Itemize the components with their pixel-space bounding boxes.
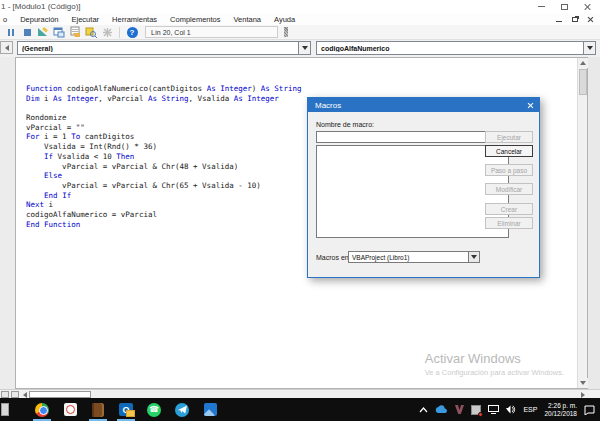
- run-macro-button-disabled[interactable]: [101, 26, 113, 38]
- mdi-restore-icon: [572, 17, 578, 22]
- code-line: vParcial = "": [26, 123, 301, 133]
- menu-item-depuracion[interactable]: Depuración: [20, 15, 58, 24]
- dropdown-arrow-button[interactable]: [583, 42, 595, 54]
- properties-window-button[interactable]: [69, 26, 81, 38]
- tray-date: 20/12/2018: [544, 410, 577, 418]
- code-line: codigoAlfaNumerico = vParcial: [26, 210, 301, 220]
- menu-item-ejecutar[interactable]: Ejecutar: [72, 15, 100, 24]
- paso-a-paso-button[interactable]: Paso a paso: [485, 164, 533, 176]
- object-browser-button[interactable]: [85, 26, 97, 38]
- toolbar-separator: [119, 27, 120, 38]
- menu-item-complementos[interactable]: Complementos: [170, 15, 220, 24]
- minimize-button[interactable]: [534, 2, 548, 12]
- outlook-icon: O: [119, 403, 133, 416]
- window-title: 1 - [Módulo1 (Código)]: [0, 2, 81, 11]
- close-icon: [583, 3, 591, 11]
- language-indicator[interactable]: ESP: [523, 406, 537, 413]
- macros-in-value: VBAProject (Libro1): [349, 254, 468, 261]
- help-button[interactable]: ?: [126, 26, 138, 38]
- maximize-button[interactable]: [557, 2, 571, 12]
- cancelar-button[interactable]: Cancelar: [485, 145, 533, 157]
- scroll-left-button[interactable]: [20, 391, 29, 398]
- menu-item-ventana[interactable]: Ventana: [234, 15, 262, 24]
- taskbar-photos-app[interactable]: [196, 398, 224, 421]
- volume-tray-button[interactable]: [506, 405, 516, 414]
- menu-item-o[interactable]: o: [3, 15, 7, 24]
- taskbar-clock-app[interactable]: [56, 398, 84, 421]
- close-icon: [527, 102, 534, 109]
- onedrive-tray-button[interactable]: [435, 405, 448, 414]
- mdi-minimize-icon: [556, 21, 562, 22]
- split-handle[interactable]: [11, 391, 19, 398]
- system-tray: ESP 2:26 p. m. 20/12/2018: [419, 402, 600, 418]
- scroll-down-button[interactable]: [578, 378, 588, 388]
- help-icon: ?: [127, 27, 138, 38]
- network-tray-button[interactable]: [488, 405, 499, 414]
- code-line: End If: [26, 191, 301, 201]
- speaker-icon: [506, 405, 516, 414]
- chevron-up-icon: [419, 407, 428, 413]
- mdi-close-button[interactable]: [586, 15, 595, 23]
- mdi-minimize-button[interactable]: [554, 15, 563, 23]
- horizontal-scroll-thumb[interactable]: [29, 391, 91, 398]
- eliminar-button[interactable]: Eliminar: [485, 217, 533, 229]
- code-line: Function codigoAlfaNumerico(cantDigitos …: [26, 84, 301, 94]
- notification-app-tray-button[interactable]: [471, 405, 481, 415]
- pause-button[interactable]: [5, 26, 17, 38]
- ejecutar-button[interactable]: Ejecutar: [485, 131, 533, 143]
- clock[interactable]: 2:26 p. m. 20/12/2018: [544, 402, 577, 418]
- macros-in-dropdown[interactable]: VBAProject (Libro1): [348, 251, 480, 263]
- network-monitor-icon: [488, 405, 499, 414]
- code-line: vParcial = vParcial & Chr(65 + Vsalida -…: [26, 181, 301, 191]
- taskbar-outlook[interactable]: O: [112, 398, 140, 421]
- mdi-close-icon: [587, 16, 594, 23]
- procedure-dropdown[interactable]: codigoAlfaNumerico: [316, 41, 596, 55]
- tray-time: 2:26 p. m.: [544, 402, 577, 410]
- dialog-title-bar[interactable]: Macros: [308, 98, 539, 112]
- procedure-dropdown-value: codigoAlfaNumerico: [317, 45, 583, 52]
- object-dropdown[interactable]: (General): [17, 41, 311, 55]
- pane-scrollbar-remnant[interactable]: [0, 41, 13, 54]
- scroll-left-icon: [5, 45, 9, 51]
- horizontal-scrollbar[interactable]: [0, 389, 600, 398]
- vba-editor-screen: 1 - [Módulo1 (Código)] oDepuraciónEjecut…: [0, 0, 600, 421]
- taskbar-book-app[interactable]: [84, 398, 112, 421]
- scroll-right-button[interactable]: [578, 391, 587, 398]
- combo-row: (General) codigoAlfaNumerico: [0, 40, 600, 57]
- v-app-icon: [455, 405, 464, 414]
- taskbar-app-fragment[interactable]: [0, 398, 28, 421]
- scroll-up-button[interactable]: [578, 58, 588, 68]
- taskbar-whatsapp[interactable]: ☎: [140, 398, 168, 421]
- design-mode-button[interactable]: [37, 26, 49, 38]
- tray-overflow-button[interactable]: [419, 407, 428, 413]
- split-handle[interactable]: [1, 391, 9, 398]
- close-button[interactable]: [580, 2, 594, 12]
- run-macro-icon: [102, 27, 113, 38]
- stop-button[interactable]: [21, 26, 33, 38]
- window-controls: [534, 2, 600, 12]
- dropdown-arrow-button[interactable]: [298, 42, 310, 54]
- notification-badge: [478, 412, 483, 417]
- macro-list[interactable]: [316, 145, 509, 238]
- menu-item-ayuda[interactable]: Ayuda: [274, 15, 295, 24]
- toolbar: ? Lín 20, Col 1: [0, 25, 600, 40]
- dropdown-arrow-button[interactable]: [468, 252, 479, 262]
- macro-name-input[interactable]: [316, 131, 509, 143]
- action-center-button[interactable]: [584, 405, 595, 415]
- taskbar-telegram[interactable]: [168, 398, 196, 421]
- toolbar-drag-handle[interactable]: [284, 27, 288, 37]
- title-bar: 1 - [Módulo1 (Código)]: [0, 0, 600, 13]
- modificar-button[interactable]: Modificar: [485, 183, 533, 195]
- taskbar-chrome[interactable]: [28, 398, 56, 421]
- cursor-position-indicator: Lín 20, Col 1: [145, 26, 278, 38]
- project-explorer-button[interactable]: [53, 26, 65, 38]
- v-app-tray-button[interactable]: [455, 405, 464, 414]
- dialog-close-button[interactable]: [521, 98, 539, 112]
- mdi-restore-button[interactable]: [570, 15, 579, 23]
- scroll-down-icon: [580, 381, 586, 385]
- vertical-scrollbar[interactable]: [577, 58, 587, 388]
- menu-item-herramientas[interactable]: Herramientas: [112, 15, 157, 24]
- macro-name-label: Nombre de macro:: [316, 121, 374, 128]
- vertical-scroll-thumb[interactable]: [579, 69, 587, 95]
- crear-button[interactable]: Crear: [485, 203, 533, 215]
